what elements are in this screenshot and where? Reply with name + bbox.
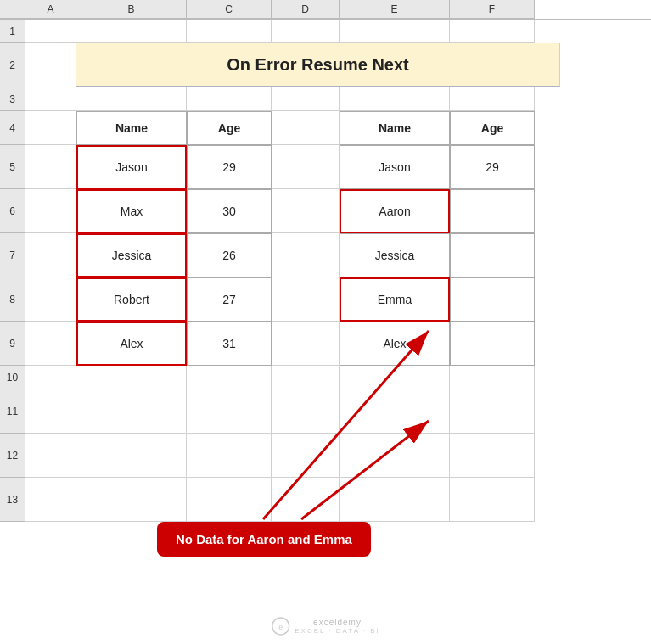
left-table-age-header: Age [187,111,272,145]
cell-d3 [272,87,340,111]
row-9: 9 Alex 31 Alex [0,322,651,366]
right-age-jessica [450,233,535,277]
left-age-max: 30 [187,189,272,233]
right-name-emma: Emma [340,277,450,322]
spreadsheet-rows: 1 2 On Error Resume Next 3 4 [0,20,651,644]
col-header-c: C [187,0,272,19]
right-name-jessica: Jessica [340,233,450,277]
left-name-alex: Alex [76,322,187,366]
cell-e11 [340,389,450,434]
cell-c3 [187,87,272,111]
right-age-aaron [450,189,535,233]
cell-e10 [340,366,450,389]
right-name-jason: Jason [340,145,450,189]
row-header-1: 1 [0,20,25,43]
right-age-alex [450,322,535,366]
cell-b10 [76,366,187,389]
cell-d5 [272,145,340,189]
col-header-a: A [25,0,76,19]
row-4: 4 Name Age Name Age [0,111,651,145]
cell-b13 [76,478,187,522]
cell-c1 [187,20,272,43]
row-header-8: 8 [0,277,25,322]
left-table-name-header: Name [76,111,187,145]
cell-c12 [187,434,272,478]
row-7: 7 Jessica 26 Jessica [0,233,651,277]
left-age-alex: 31 [187,322,272,366]
cell-d8 [272,277,340,322]
left-name-robert: Robert [76,277,187,322]
cell-a4 [25,111,76,145]
title-cell: On Error Resume Next [76,43,560,87]
right-table-name-header: Name [340,111,450,145]
row-header-9: 9 [0,322,25,366]
spreadsheet: A B C D E F 1 2 On Error Resume Next 3 [0,0,651,644]
cell-d1 [272,20,340,43]
col-header-f: F [450,0,535,19]
row-header-4: 4 [0,111,25,145]
cell-d9 [272,322,340,366]
row-header-10: 10 [0,366,25,389]
row-header-5: 5 [0,145,25,189]
col-header-d: D [272,0,340,19]
cell-f1 [450,20,535,43]
right-table-age-header: Age [450,111,535,145]
cell-a13 [25,478,76,522]
row-6: 6 Max 30 Aaron [0,189,651,233]
cell-e1 [340,20,450,43]
cell-a1 [25,20,76,43]
right-age-jason: 29 [450,145,535,189]
cell-a5 [25,145,76,189]
row-header-12: 12 [0,434,25,478]
cell-d4 [272,111,340,145]
cell-d11 [272,389,340,434]
col-header-e: E [340,0,450,19]
cell-a8 [25,277,76,322]
left-age-29: 29 [187,145,272,189]
cell-d12 [272,434,340,478]
cell-f13 [450,478,535,522]
cell-a6 [25,189,76,233]
row-header-3: 3 [0,87,25,111]
cell-e3 [340,87,450,111]
cell-a11 [25,389,76,434]
left-name-max: Max [76,189,187,233]
row-header-13: 13 [0,478,25,522]
left-name-jessica: Jessica [76,233,187,277]
cell-b1 [76,20,187,43]
cell-a12 [25,434,76,478]
cell-e12 [340,434,450,478]
row-3: 3 [0,87,651,111]
row-1: 1 [0,20,651,43]
left-age-jessica: 26 [187,233,272,277]
cell-f3 [450,87,535,111]
row-header-2: 2 [0,43,25,87]
cell-f11 [450,389,535,434]
cell-d10 [272,366,340,389]
cell-b3 [76,87,187,111]
row-10: 10 [0,366,651,389]
cell-a2 [25,43,76,87]
cell-b12 [76,434,187,478]
cell-a3 [25,87,76,111]
cell-c10 [187,366,272,389]
row-11: 11 [0,389,651,434]
row-13: 13 [0,478,651,522]
cell-d6 [272,189,340,233]
cell-f10 [450,366,535,389]
row-header-11: 11 [0,389,25,434]
left-age-robert: 27 [187,277,272,322]
cell-f12 [450,434,535,478]
cell-c11 [187,389,272,434]
row-5: 5 Jason 29 Jason 29 [0,145,651,189]
cell-e13 [340,478,450,522]
cell-a7 [25,233,76,277]
col-header-b: B [76,0,187,19]
cell-d7 [272,233,340,277]
row-header-7: 7 [0,233,25,277]
cell-b11 [76,389,187,434]
row-2: 2 On Error Resume Next [0,43,651,87]
row-12: 12 [0,434,651,478]
row-header-6: 6 [0,189,25,233]
cell-c13 [187,478,272,522]
